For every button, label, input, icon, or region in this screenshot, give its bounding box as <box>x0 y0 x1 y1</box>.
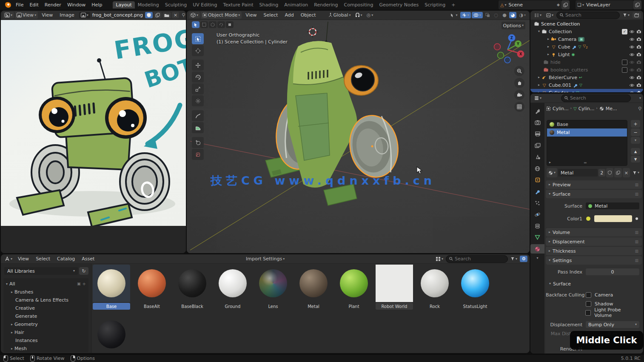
library-selector[interactable]: All Libraries▾ <box>4 267 78 275</box>
mode-selector[interactable]: Object Mode▾ <box>201 11 242 19</box>
image-browse-button[interactable]: ▾ <box>79 12 90 18</box>
image-mode-selector[interactable]: View▾ <box>15 11 38 19</box>
animate-dot-button[interactable] <box>635 217 638 220</box>
properties-options-button[interactable]: ▾ <box>639 97 641 100</box>
blender-logo-icon[interactable] <box>4 2 11 8</box>
catalog-item-instances[interactable]: Instances <box>3 336 88 345</box>
new-collection-button[interactable] <box>633 12 641 18</box>
viewport-options-button[interactable]: Options▾ <box>502 22 525 29</box>
hide-eye-icon[interactable] <box>629 68 635 72</box>
tab-particles[interactable] <box>531 198 544 208</box>
expand-arrow-icon[interactable]: ▸ <box>538 91 540 92</box>
workspace-tab-geometry-nodes[interactable]: Geometry Nodes <box>376 1 422 9</box>
workspace-tab-scripting[interactable]: Scripting <box>422 1 448 9</box>
image-menu-view[interactable]: View <box>39 11 56 19</box>
fake-user-button[interactable] <box>145 12 153 18</box>
outliner-filter-button[interactable]: ▾ <box>621 12 631 18</box>
panel-settings[interactable]: ▾Settings▥ <box>546 256 642 265</box>
unlink-image-button[interactable]: × <box>172 12 179 18</box>
scene-selector[interactable]: ◬▾ Scene ◆ <box>499 0 561 9</box>
asset-filter-button[interactable]: ▾ <box>509 256 519 262</box>
tab-physics[interactable] <box>531 210 544 219</box>
display-size-button[interactable]: ▾ <box>434 256 445 262</box>
add-catalog-icon[interactable]: + <box>83 282 86 286</box>
hide-eye-icon[interactable] <box>629 60 635 64</box>
disable-render-camera-icon[interactable] <box>636 37 641 41</box>
zoom-view-button[interactable] <box>514 66 524 76</box>
panel-preview[interactable]: ▸Preview▥ <box>546 180 642 189</box>
tool-add-cube[interactable] <box>192 137 204 148</box>
catalog-item-generate[interactable]: Generate <box>3 312 88 320</box>
proportional-editing-button[interactable]: ◎▾ <box>365 12 375 18</box>
slot-specials-button[interactable]: ▾ <box>631 137 640 144</box>
refresh-library-button[interactable]: ↻ <box>79 267 88 275</box>
tab-output[interactable] <box>531 129 544 139</box>
transform-orientation-selector[interactable]: Global▾ <box>327 11 353 19</box>
select-mode-paint[interactable] <box>226 21 234 28</box>
show-object-types-button[interactable]: ▾ <box>449 12 459 18</box>
add-slot-button[interactable]: + <box>631 120 640 128</box>
outliner-search-input[interactable]: Search <box>556 11 620 19</box>
modifier-badge-icon[interactable] <box>572 45 576 49</box>
curve-data-badge[interactable]: ↩ <box>579 76 582 80</box>
hide-eye-icon[interactable] <box>629 37 635 41</box>
outliner-display-mode-button[interactable]: ▾ <box>544 12 555 18</box>
remove-slot-button[interactable]: − <box>631 128 640 136</box>
input-socket-icon[interactable] <box>586 216 591 221</box>
hide-eye-icon[interactable] <box>629 76 635 80</box>
catalog-item-creative[interactable]: Creative <box>3 304 88 312</box>
disable-render-camera-icon[interactable] <box>636 91 641 92</box>
tab-render[interactable] <box>531 118 544 127</box>
material-unlink-button[interactable]: × <box>623 168 630 177</box>
disable-render-camera-icon[interactable] <box>636 29 641 34</box>
breadcrumb-data[interactable]: Cylin... <box>578 106 595 111</box>
workspace-tab-texture-paint[interactable]: Texture Paint <box>220 1 256 9</box>
backface-lightprobe-checkbox[interactable] <box>585 310 591 316</box>
disable-render-camera-icon[interactable] <box>636 83 641 87</box>
outliner-row-beziercurve[interactable]: ▸ BézierCurve ↩ <box>530 74 643 81</box>
panel-displacement[interactable]: ▸Displacement▥ <box>546 237 642 246</box>
outliner-row-light[interactable]: ▸ Light ◉ <box>530 51 643 58</box>
pin-icon[interactable]: ◆ <box>557 3 560 7</box>
catalog-item-geometry[interactable]: ▸Geometry <box>3 320 88 328</box>
viewport-menu-view[interactable]: View <box>242 11 259 19</box>
shading-wireframe-button[interactable]: ◌ <box>493 12 500 18</box>
xray-toggle[interactable] <box>484 12 492 18</box>
asset-menu-view[interactable]: View <box>15 255 32 262</box>
outliner-row-camera[interactable]: ▸ Camera ▣ <box>530 35 643 43</box>
breadcrumb-material[interactable]: Me... <box>606 106 617 111</box>
catalog-item-camera-lens-effects[interactable]: Camera & Lens Effects <box>3 296 88 304</box>
backface-shadow-checkbox[interactable] <box>586 301 591 307</box>
browse-material-button[interactable]: ▾ <box>547 168 557 177</box>
expand-arrow-icon[interactable]: ▸ <box>538 83 540 87</box>
collection-checkbox[interactable] <box>622 60 627 65</box>
tab-object-data[interactable] <box>531 233 544 242</box>
hide-eye-icon[interactable] <box>629 83 635 87</box>
shading-solid-button[interactable]: ● <box>501 12 508 18</box>
new-catalog-icon[interactable]: ▣ <box>77 282 81 286</box>
material-badge[interactable]: ▽2 <box>583 44 587 49</box>
scene-new-button[interactable] <box>561 0 570 9</box>
viewlayer-new-button[interactable] <box>633 0 641 9</box>
pass-index-field[interactable]: 0 <box>586 268 639 275</box>
panel-volume[interactable]: ▸Volume▥ <box>546 228 642 237</box>
menu-edit[interactable]: Edit <box>26 1 41 9</box>
tool-rotate[interactable] <box>192 71 204 83</box>
select-mode-tweak[interactable] <box>192 21 199 28</box>
editor-type-button[interactable]: ▾ <box>533 12 543 18</box>
navigation-gizmo[interactable]: Z Y X <box>492 32 524 64</box>
displacement-dropdown[interactable]: Bump Only▾ <box>586 321 639 328</box>
backface-camera-checkbox[interactable] <box>586 292 591 298</box>
editor-type-button[interactable]: ▾ <box>533 95 543 101</box>
editor-type-button[interactable]: ▾ <box>3 256 14 262</box>
outliner-row-hide[interactable]: hide <box>530 58 643 66</box>
expand-arrow-icon[interactable]: ▾ <box>538 30 540 33</box>
breadcrumb-object[interactable]: Cylin... <box>553 106 569 111</box>
tool-extra[interactable] <box>192 149 204 160</box>
material-users-count[interactable]: 2 <box>598 169 605 177</box>
tool-scale[interactable] <box>192 83 204 94</box>
outliner-row-scene-collection[interactable]: Scene Collection <box>530 20 643 28</box>
material-fake-user-button[interactable] <box>606 168 613 177</box>
hide-eye-icon[interactable] <box>629 91 635 93</box>
menu-window[interactable]: Window <box>64 1 88 9</box>
